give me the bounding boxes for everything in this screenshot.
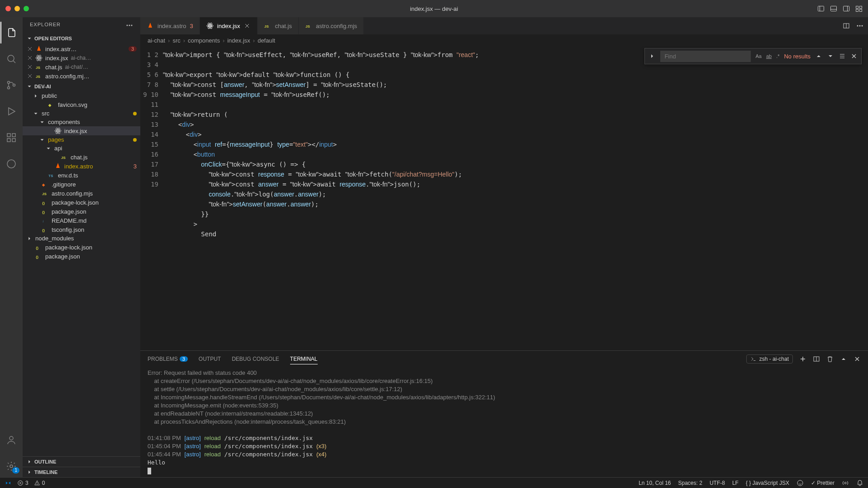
indent-status[interactable]: Spaces: 2: [678, 480, 702, 486]
explorer-tab[interactable]: [0, 22, 22, 43]
find-in-selection-icon[interactable]: [839, 53, 846, 60]
search-tab[interactable]: [0, 48, 22, 70]
language-status[interactable]: { } JavaScript JSX: [746, 480, 789, 486]
minimize-window[interactable]: [14, 6, 20, 11]
open-editor-item[interactable]: index.astr…3: [23, 44, 140, 53]
next-match-icon[interactable]: [827, 53, 834, 60]
split-editor-icon[interactable]: [843, 22, 850, 29]
tree-item[interactable]: {}package.json: [23, 252, 140, 261]
outline-header[interactable]: OUTLINE: [23, 456, 140, 467]
tree-item[interactable]: components: [23, 118, 140, 126]
debug-console-tab[interactable]: DEBUG CONSOLE: [232, 354, 279, 364]
tree-item[interactable]: index.jsx: [23, 126, 140, 135]
prev-match-icon[interactable]: [815, 53, 822, 60]
tree-item[interactable]: api: [23, 144, 140, 153]
tree-item[interactable]: ◆.gitignore: [23, 180, 140, 189]
timeline-header[interactable]: TIMELINE: [23, 467, 140, 477]
tree-item[interactable]: {}package.json: [23, 207, 140, 216]
remote-indicator-icon[interactable]: [5, 479, 12, 487]
terminal-shell[interactable]: zsh - ai-chat: [746, 354, 793, 364]
source-control-tab[interactable]: [0, 74, 22, 96]
svg-text:JS: JS: [36, 75, 40, 79]
tree-item[interactable]: pages: [23, 135, 140, 144]
chevron-right-icon[interactable]: [649, 53, 656, 60]
editor-tab[interactable]: JSchat.js: [258, 17, 299, 34]
close-find-icon[interactable]: [850, 53, 858, 60]
kill-terminal-icon[interactable]: [826, 355, 834, 363]
find-input[interactable]: [660, 51, 751, 62]
whole-word-icon[interactable]: ab: [766, 53, 772, 59]
tree-item[interactable]: {}tsconfig.json: [23, 225, 140, 234]
tree-item[interactable]: src: [23, 109, 140, 118]
close-editor-icon[interactable]: [26, 45, 33, 53]
close-editor-icon[interactable]: [26, 54, 33, 62]
tree-item[interactable]: ◆favicon.svg: [23, 100, 140, 109]
output-tab[interactable]: OUTPUT: [199, 354, 221, 364]
extensions-tab[interactable]: [0, 127, 22, 148]
cursor-position[interactable]: Ln 10, Col 16: [639, 480, 671, 486]
breadcrumb-item[interactable]: ai-chat: [148, 37, 165, 44]
breadcrumb-item[interactable]: index.jsx: [227, 37, 250, 44]
tree-item[interactable]: JSastro.config.mjs: [23, 189, 140, 198]
tree-item[interactable]: {}package-lock.json: [23, 198, 140, 207]
remote-tab[interactable]: [0, 153, 22, 175]
warning-count[interactable]: 0: [34, 480, 45, 486]
more-icon[interactable]: [126, 22, 133, 29]
feedback-icon[interactable]: [796, 479, 804, 487]
open-editor-item[interactable]: JSchat.jsai-chat/…: [23, 62, 140, 72]
editor-tab[interactable]: JSastro.config.mjs: [299, 17, 364, 34]
maximize-window[interactable]: [24, 6, 29, 11]
problems-tab[interactable]: PROBLEMS3: [148, 354, 188, 364]
terminal-tab[interactable]: TERMINAL: [290, 354, 318, 364]
layout-panel-icon[interactable]: [830, 5, 837, 12]
more-actions-icon[interactable]: [856, 22, 863, 29]
tree-item[interactable]: public: [23, 91, 140, 100]
breadcrumb-item[interactable]: default: [258, 37, 275, 44]
close-editor-icon[interactable]: [26, 72, 33, 80]
open-editor-item[interactable]: JSastro.config.mj…: [23, 72, 140, 81]
run-debug-tab[interactable]: [0, 100, 22, 122]
encoding-status[interactable]: UTF-8: [710, 480, 725, 486]
tree-item[interactable]: TSenv.d.ts: [23, 171, 140, 180]
close-editor-icon[interactable]: [26, 63, 33, 71]
maximize-panel-icon[interactable]: [840, 355, 847, 363]
js-file-icon: JS: [264, 22, 271, 29]
editor-tab[interactable]: index.jsx: [200, 17, 258, 34]
tree-item[interactable]: node_modules: [23, 234, 140, 243]
editor[interactable]: 1 2 3 4 5 6 7 8 9 10 11 12 13 14 15 16 1…: [140, 46, 868, 350]
close-tab-icon[interactable]: [243, 22, 251, 29]
tree-item[interactable]: ↓README.md: [23, 216, 140, 225]
editor-tab[interactable]: index.astro3: [140, 17, 200, 34]
close-window[interactable]: [5, 6, 11, 11]
go-live-icon[interactable]: [842, 479, 849, 487]
split-terminal-icon[interactable]: [813, 355, 820, 363]
match-case-icon[interactable]: Aa: [755, 53, 761, 59]
error-count[interactable]: 3: [17, 480, 29, 486]
tree-item[interactable]: {}package-lock.json: [23, 243, 140, 252]
svg-point-58: [210, 25, 210, 26]
breadcrumbs[interactable]: ai-chat›src›components›index.jsx›default: [140, 34, 868, 46]
layout-sidebar-right-icon[interactable]: [843, 5, 850, 12]
terminal-output[interactable]: Error: Request failed with status code 4…: [140, 367, 868, 477]
breadcrumb-item[interactable]: src: [172, 37, 180, 44]
open-editors-header[interactable]: OPEN EDITORS: [23, 33, 140, 43]
svg-point-67: [862, 25, 863, 27]
svg-text:JS: JS: [42, 192, 47, 196]
project-header[interactable]: DEV-AI: [23, 81, 140, 91]
react-file-icon: [206, 22, 214, 29]
prettier-status[interactable]: ✓ Prettier: [811, 480, 835, 486]
regex-icon[interactable]: .*: [776, 53, 779, 59]
tree-item[interactable]: JSchat.js: [23, 153, 140, 162]
new-terminal-icon[interactable]: [799, 355, 806, 363]
code-content[interactable]: "tok-kw">import { "tok-fn">useEffect, "t…: [163, 46, 868, 350]
breadcrumb-item[interactable]: components: [188, 37, 220, 44]
accounts-icon[interactable]: [0, 429, 22, 451]
tree-item[interactable]: index.astro3: [23, 162, 140, 171]
notifications-icon[interactable]: [856, 479, 863, 487]
open-editor-item[interactable]: index.jsxai-cha…: [23, 53, 140, 62]
layout-sidebar-left-icon[interactable]: [817, 5, 825, 12]
customize-layout-icon[interactable]: [855, 5, 863, 12]
settings-icon[interactable]: 1: [0, 455, 22, 477]
eol-status[interactable]: LF: [732, 480, 739, 486]
close-panel-icon[interactable]: [854, 355, 861, 363]
